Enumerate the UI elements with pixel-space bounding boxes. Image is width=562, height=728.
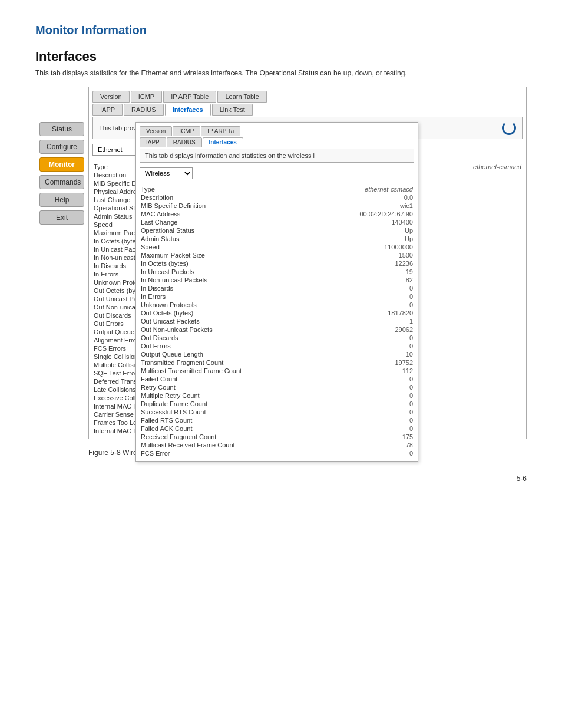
table-row: Speed11000000 [140, 243, 414, 251]
wireless-data-table: Description0.0MIB Specific Definitionwic… [140, 193, 414, 457]
field-label: Admin Status [140, 235, 318, 243]
field-value: 0 [318, 416, 414, 424]
field-label: Last Change [140, 218, 318, 226]
table-row: In Errors0 [140, 292, 414, 301]
tab-learntable[interactable]: Learn Table [217, 91, 266, 103]
field-label: Failed Count [140, 375, 318, 383]
field-label: In Discards [140, 284, 318, 292]
table-row: Operational StatusUp [140, 226, 414, 235]
sidebar-btn-configure[interactable]: Configure [39, 140, 84, 154]
sidebar-btn-commands[interactable]: Commands [39, 175, 84, 189]
field-label: Failed RTS Count [140, 416, 318, 424]
table-row: Out Unicast Packets1 [140, 317, 414, 325]
page-number: 5-6 [35, 475, 527, 483]
wl-type-value: ethernet-csmacd [207, 185, 414, 193]
tab-interfaces[interactable]: Interfaces [165, 104, 211, 116]
table-row: Multiple Retry Count0 [140, 391, 414, 400]
field-label: MIB Specific Definition [140, 202, 318, 210]
field-value: 0 [318, 334, 414, 342]
tab-iapp[interactable]: IAPP [92, 104, 123, 116]
field-value: 82 [318, 276, 414, 284]
field-value: Up [318, 235, 414, 243]
tab-iparp[interactable]: IP ARP Table [163, 91, 216, 103]
table-row: In Unicast Packets19 [140, 268, 414, 276]
section-title: Interfaces [35, 49, 527, 64]
field-value: 00:02:2D:24:67:90 [318, 210, 414, 218]
sidebar-btn-monitor[interactable]: Monitor [39, 157, 84, 172]
field-label: In Non-unicast Packets [140, 276, 318, 284]
field-label: Out Errors [140, 342, 318, 350]
content-area: Version ICMP IP ARP Table Learn Table IA… [88, 87, 527, 457]
field-label: Multiple Retry Count [140, 391, 318, 400]
wireless-tab-bar-row2: IAPP RADIUS Interfaces [140, 137, 414, 147]
field-value: Up [318, 226, 414, 235]
wl-tab-interfaces[interactable]: Interfaces [203, 137, 243, 147]
field-label: Speed [140, 243, 318, 251]
field-label: Multicast Received Frame Count [140, 441, 318, 449]
field-value: 0 [318, 375, 414, 383]
table-row: In Non-unicast Packets82 [140, 276, 414, 284]
tab-linktest[interactable]: Link Test [212, 104, 253, 116]
wl-tab-version[interactable]: Version [140, 126, 172, 136]
refresh-icon[interactable] [502, 121, 516, 135]
field-label: Retry Count [140, 383, 318, 391]
tab-radius[interactable]: RADIUS [124, 104, 164, 116]
table-row: Transmitted Fragment Count19752 [140, 358, 414, 367]
field-value: wic1 [318, 202, 414, 210]
field-value: 175 [318, 433, 414, 441]
field-value: 0 [318, 301, 414, 309]
field-label: Operational Status [140, 226, 318, 235]
table-row: In Octets (bytes)12236 [140, 259, 414, 268]
field-value: 19 [318, 268, 414, 276]
sidebar-btn-exit[interactable]: Exit [39, 210, 84, 225]
field-label: Transmitted Fragment Count [140, 358, 318, 367]
field-label: Failed ACK Count [140, 424, 318, 433]
tab-icmp[interactable]: ICMP [131, 91, 163, 103]
wireless-dropdown[interactable]: Wireless Ethernet [140, 167, 193, 179]
field-value: 0.0 [318, 193, 414, 202]
field-value: 10 [318, 350, 414, 358]
field-label: Maximum Packet Size [140, 251, 318, 259]
wl-tab-iapp[interactable]: IAPP [140, 137, 166, 147]
field-value: 0 [318, 383, 414, 391]
table-row: Successful RTS Count0 [140, 408, 414, 416]
sidebar: Status Configure Monitor Commands Help E… [35, 87, 88, 457]
field-value: 0 [318, 292, 414, 301]
wireless-info-text: This tab displays information and statis… [145, 152, 315, 159]
field-value: 11000000 [318, 243, 414, 251]
sidebar-btn-help[interactable]: Help [39, 193, 84, 207]
field-value: 0 [318, 342, 414, 350]
field-label: Out Octets (bytes) [140, 309, 318, 317]
field-value: 0 [318, 400, 414, 408]
table-row: Output Queue Length10 [140, 350, 414, 358]
field-label: MAC Address [140, 210, 318, 218]
section-desc: This tab displays statistics for the Eth… [35, 69, 527, 77]
field-value: 1817820 [318, 309, 414, 317]
field-value: 1 [318, 317, 414, 325]
table-row: Failed Count0 [140, 375, 414, 383]
wl-tab-iparp[interactable]: IP ARP Ta [201, 126, 240, 136]
field-value: 0 [318, 391, 414, 400]
field-label: Out Discards [140, 334, 318, 342]
field-label: Description [140, 193, 318, 202]
field-label: Out Unicast Packets [140, 317, 318, 325]
sidebar-btn-status[interactable]: Status [39, 122, 84, 136]
table-row: Last Change140400 [140, 218, 414, 226]
wl-tab-icmp[interactable]: ICMP [173, 126, 200, 136]
field-value: 0 [318, 424, 414, 433]
wl-tab-radius[interactable]: RADIUS [167, 137, 202, 147]
table-row: MAC Address00:02:2D:24:67:90 [140, 210, 414, 218]
tab-version[interactable]: Version [92, 91, 130, 103]
field-value: 112 [318, 367, 414, 375]
table-row: Type ethernet-csmacd [140, 185, 414, 193]
table-row: Failed ACK Count0 [140, 424, 414, 433]
field-label: FCS Error [140, 449, 318, 457]
field-value: 0 [318, 284, 414, 292]
table-row: Out Octets (bytes)1817820 [140, 309, 414, 317]
table-row: FCS Error0 [140, 449, 414, 457]
tab-bar-row1: Version ICMP IP ARP Table Learn Table [92, 91, 523, 103]
wireless-info-box: This tab displays information and statis… [140, 149, 414, 163]
wl-type-label: Type [140, 185, 207, 193]
table-row: Multicast Transmitted Frame Count112 [140, 367, 414, 375]
table-row: Out Discards0 [140, 334, 414, 342]
